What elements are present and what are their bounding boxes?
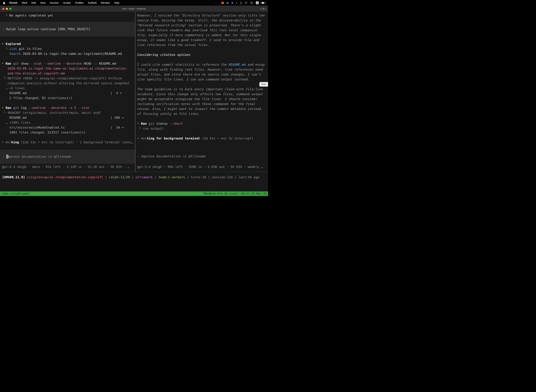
text-segment: Ran bbox=[6, 106, 11, 110]
spinner-app-icon[interactable]: ✱ bbox=[231, 2, 233, 4]
text-segment: I bbox=[6, 155, 8, 159]
text-segment: README.md | 4 + bbox=[2, 91, 122, 95]
right-prompt-input[interactable]: › Improve documentation in @filename bbox=[137, 154, 266, 159]
menubar-status-icons: ⊞✱◗⣿☏61A bbox=[222, 1, 265, 5]
menubar-app-name[interactable]: iTerm2 bbox=[9, 1, 17, 4]
terminal-line: └ 067f154 (HEAD -> essay/ai-reimplementa… bbox=[2, 76, 133, 81]
text-segment: Wor bbox=[6, 140, 11, 144]
text-segment: … +2 lines bbox=[2, 86, 25, 90]
tmux-status-bar: [omx-cczip0:bash* "MacBook-Pro-44.local"… bbox=[0, 191, 268, 196]
terminal-line: src/voice/voiceModeEnabled.ts | 54 + bbox=[2, 125, 133, 130]
left-prompt-input[interactable]: › Improve documentation in @filename bbox=[0, 150, 135, 164]
battery-percent-badge[interactable]: 61 bbox=[250, 1, 253, 5]
text-segment: ultrawork bbox=[136, 175, 153, 179]
menu-item-profiles[interactable]: Profiles bbox=[75, 1, 84, 4]
terminal-line: 2026-03-09-is-legal-the-same-as-legitima… bbox=[2, 66, 133, 71]
window-titlebar: omx --xhigh --madmax ⌥⌘1 bbox=[0, 6, 268, 12]
text-segment: Explored bbox=[6, 42, 21, 46]
text-segment: ting for background terminal bbox=[147, 136, 200, 140]
text-segment: cczip/essay/ai-reimplementation-copyleft bbox=[27, 175, 103, 179]
screen-edge-button[interactable]: Scre bbox=[259, 82, 268, 87]
minimize-window-button[interactable] bbox=[6, 8, 8, 10]
left-agent-pane[interactable]: └ No agents completed yet› Ralph loop ac… bbox=[0, 12, 135, 172]
text-segment: • bbox=[2, 106, 6, 110]
zoom-window-button[interactable] bbox=[9, 8, 11, 10]
thinking-paragraph: However, I noticed the "Directory Struct… bbox=[137, 13, 266, 47]
screen-recording-indicator-icon[interactable] bbox=[222, 2, 224, 4]
text-segment: I could cite commit statistics or refere… bbox=[137, 63, 229, 66]
dots-grid-icon[interactable]: ⣿ bbox=[240, 2, 242, 4]
input-source-icon[interactable]: A bbox=[256, 1, 259, 4]
terminal-line: • Ran git show --stat --oneline --decora… bbox=[2, 61, 133, 66]
blank-line bbox=[2, 100, 133, 105]
menu-item-session[interactable]: Session bbox=[50, 1, 59, 4]
terminal-line: └ (no output) bbox=[137, 126, 266, 131]
text-segment: | bbox=[206, 175, 212, 179]
battery-icon[interactable] bbox=[261, 2, 265, 4]
menu-item-view[interactable]: View bbox=[40, 1, 46, 4]
omx-status-bar: [OMX#0.11.9] cczip/essay/ai-reimplementa… bbox=[0, 172, 268, 191]
phone-icon[interactable]: ☏ bbox=[244, 2, 248, 4]
terminal-line: 2 files changed, 92 insertions(+) bbox=[2, 96, 133, 100]
text-segment: HEAD -- README.md bbox=[82, 62, 116, 65]
text-segment: 1903 files changed, 513517 insertions(+) bbox=[2, 131, 86, 134]
text-segment: Search bbox=[9, 52, 21, 56]
text-segment: › bbox=[137, 154, 141, 158]
menu-item-window[interactable]: Window bbox=[101, 1, 110, 4]
text-segment: git bbox=[148, 122, 154, 125]
terminal-line: • Ran git status --short bbox=[137, 121, 266, 126]
text-segment: The team guideline is to back every impo… bbox=[137, 87, 265, 116]
window-grid-icon[interactable]: ⊞ bbox=[226, 2, 229, 4]
terminal-line: README.md | 4 + bbox=[2, 91, 133, 96]
text-segment: 4b9d30f (origin/main, instructkr/main, m… bbox=[8, 111, 101, 115]
text-segment: Ran bbox=[6, 62, 11, 65]
window-title: omx --xhigh --madmax bbox=[122, 7, 146, 10]
text-segment bbox=[11, 106, 13, 110]
right-pane-status-line: gpt-5.4 xhigh · 96% left · 520K in · 5.8… bbox=[137, 164, 266, 169]
text-segment: king bbox=[11, 140, 19, 144]
text-segment: [OMX#0.11.9] bbox=[2, 175, 25, 179]
half-circle-app-icon[interactable]: ◗ bbox=[236, 2, 237, 4]
text-segment: › bbox=[2, 27, 6, 32]
text-segment: (no output) bbox=[143, 127, 164, 130]
text-segment: README.md bbox=[229, 63, 246, 66]
text-segment: └ bbox=[137, 127, 143, 130]
menu-item-help[interactable]: Help bbox=[114, 1, 120, 4]
left-pane-transcript: └ No agents completed yet› Ralph loop ac… bbox=[2, 13, 133, 145]
text-segment: --short bbox=[170, 122, 183, 125]
terminal-line: └ No agents completed yet bbox=[2, 13, 133, 18]
terminal-line: 1903 files changed, 513517 insertions(+) bbox=[2, 130, 133, 135]
text-segment: • bbox=[2, 42, 6, 46]
text-segment bbox=[2, 52, 9, 56]
text-segment: … +1901 lines bbox=[2, 121, 30, 124]
text-segment: Ran bbox=[141, 122, 147, 125]
menu-item-shell[interactable]: Shell bbox=[21, 1, 27, 4]
text-segment: 067f154 (HEAD -> essay/ai-reimplementati… bbox=[8, 76, 122, 80]
text-segment: git bbox=[13, 106, 19, 110]
macos-menubar: iTerm2 ShellEditViewSessionScriptsProfil… bbox=[0, 0, 268, 6]
menu-item-scripts[interactable]: Scripts bbox=[63, 1, 71, 4]
text-segment: README.md | 280 + bbox=[2, 116, 124, 119]
right-agent-pane[interactable]: However, I noticed the "Directory Struct… bbox=[135, 12, 268, 172]
menu-item-edit[interactable]: Edit bbox=[31, 1, 36, 4]
text-segment: (11m 13s • esc to interrupt) · 1 backgro… bbox=[19, 140, 133, 144]
text-segment bbox=[25, 175, 27, 179]
menu-item-toolbelt[interactable]: Toolbelt bbox=[88, 1, 96, 4]
notice-box: › Ralph loop active continue [OMX_TMUX_I… bbox=[0, 22, 135, 37]
text-segment: mprove documentation in @filename bbox=[8, 155, 71, 159]
text-segment: ralph:11/20 bbox=[109, 175, 130, 179]
close-window-button[interactable] bbox=[2, 8, 5, 10]
right-pane-transcript: However, I noticed the "Directory Struct… bbox=[137, 13, 266, 141]
apple-icon[interactable] bbox=[3, 1, 6, 4]
tmux-host-and-clock: "MacBook-Pro-44.local" 04:52 31-Mar-26 bbox=[202, 191, 267, 196]
text-segment: status bbox=[154, 122, 170, 125]
left-pane-status-line: gpt-5.4 xhigh · main · 91% left · 2.31M … bbox=[2, 164, 133, 169]
text-segment bbox=[2, 67, 8, 70]
menubar-items: ShellEditViewSessionScriptsProfilesToolb… bbox=[21, 1, 119, 4]
text-segment: Wai bbox=[141, 136, 147, 140]
text-segment: 2 files changed, 92 insertions(+) bbox=[2, 96, 72, 100]
text-segment: | bbox=[130, 175, 136, 179]
tmux-session-window: [omx-cczip0:bash* bbox=[1, 191, 30, 196]
text-segment: | bbox=[185, 175, 191, 179]
text-segment: └ bbox=[2, 14, 9, 17]
